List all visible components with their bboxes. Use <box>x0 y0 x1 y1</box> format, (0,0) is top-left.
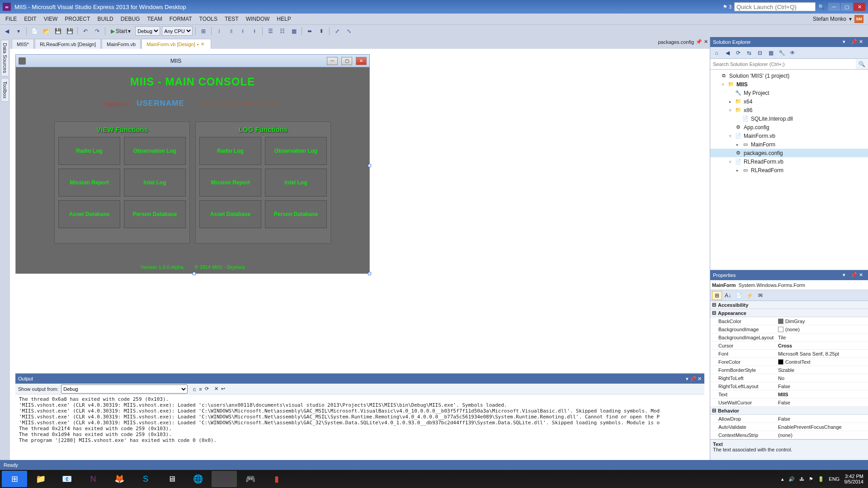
layout-btn-8[interactable]: ⬌ <box>305 26 315 36</box>
se-preview-button[interactable]: 👁 <box>788 48 797 57</box>
prop-categorized-button[interactable]: ⊞ <box>712 291 722 300</box>
layout-btn-4[interactable]: ⫳ <box>250 26 259 36</box>
prop-value[interactable]: MIIS <box>778 392 868 397</box>
prop-pin-icon[interactable]: 📌 <box>851 272 857 278</box>
tray-flag-icon[interactable]: ⚑ <box>809 476 813 482</box>
se-pin-icon[interactable]: 📌 <box>851 39 857 45</box>
form-maximize-button[interactable]: ▢ <box>341 57 352 65</box>
config-select[interactable]: Debug <box>135 26 160 36</box>
layout-btn-5[interactable]: ☰ <box>265 26 275 36</box>
output-tool-2[interactable]: ≡ <box>199 386 202 392</box>
user-menu-chevron-icon[interactable]: ▾ <box>849 16 852 22</box>
output-dropdown-icon[interactable]: ▾ <box>686 376 689 381</box>
prop-value[interactable]: False <box>778 384 868 389</box>
tree-item[interactable]: ▿📁x86 <box>710 106 868 114</box>
se-back-button[interactable]: ◀ <box>723 48 732 57</box>
prop-row[interactable]: RightToLeftNo <box>710 374 868 382</box>
skype-app[interactable]: S <box>133 471 158 487</box>
prop-value[interactable]: Microsoft Sans Serif, 8.25pt <box>778 351 868 357</box>
se-sync-button[interactable]: ⇆ <box>745 48 754 57</box>
tree-item[interactable]: ▸▭RLReadForm <box>710 166 868 174</box>
maximize-button[interactable]: ▢ <box>841 3 853 11</box>
se-close-icon[interactable]: ✕ <box>859 39 865 45</box>
doc-tab[interactable]: MainForm.vb <box>102 39 141 49</box>
save-button[interactable]: 💾 <box>53 26 63 36</box>
designer-form[interactable]: MIIS ─ ▢ ✕ MIIS - MAIN CONSOLE Logged as… <box>15 54 370 274</box>
se-collapse-button[interactable]: ⊟ <box>755 48 764 57</box>
form-button-mission-report[interactable]: Mission Report <box>58 169 120 197</box>
prop-row[interactable]: FormBorderStyleSizable <box>710 366 868 374</box>
resize-handle-corner[interactable] <box>368 272 371 275</box>
align-button[interactable]: ⊞ <box>198 26 208 36</box>
se-refresh-button[interactable]: ⟳ <box>734 48 743 57</box>
layout-btn-11[interactable]: ⤡ <box>344 26 354 36</box>
menu-project[interactable]: PROJECT <box>61 14 94 23</box>
se-home-button[interactable]: ⌂ <box>712 48 721 57</box>
output-text[interactable]: The thread 0x6a8 has exited with code 25… <box>15 394 704 455</box>
form-close-button[interactable]: ✕ <box>356 57 367 65</box>
prop-row[interactable]: BackColorDimGray <box>710 317 868 325</box>
tree-item[interactable]: ▿📄RLReadForm.vb <box>710 157 868 166</box>
close-button[interactable]: ✕ <box>854 3 865 11</box>
menu-debug[interactable]: DEBUG <box>117 14 144 23</box>
output-wrap-button[interactable]: ↩ <box>221 386 225 392</box>
tray-lang[interactable]: ENG <box>829 476 840 482</box>
menu-help[interactable]: HELP <box>273 14 294 23</box>
doc-tab[interactable]: RLReadForm.vb [Design] <box>35 39 101 49</box>
visual-studio-app[interactable]: ∞ <box>212 471 237 487</box>
prop-row[interactable]: AllowDropFalse <box>710 415 868 423</box>
close-preview-button[interactable]: ✕ <box>704 39 708 45</box>
prop-cat-expander-icon[interactable]: ⊟ <box>712 302 716 308</box>
prop-row[interactable]: ContextMenuStrip(none) <box>710 431 868 439</box>
prop-value[interactable]: (none) <box>778 327 868 332</box>
doc-tab[interactable]: MainForm.vb [Design]•✕ <box>142 39 211 49</box>
prop-row[interactable]: BackgroundImageLayoutTile <box>710 333 868 342</box>
prop-value[interactable]: Sizable <box>778 367 868 373</box>
file-explorer-app[interactable]: 📁 <box>28 471 53 487</box>
se-search-icon[interactable]: 🔍 <box>856 61 868 67</box>
form-button-observation-log[interactable]: Observation Log <box>265 137 327 165</box>
form-button-intel-log[interactable]: Intel Log <box>124 169 186 197</box>
prop-row[interactable]: RightToLeftLayoutFalse <box>710 382 868 390</box>
tree-item[interactable]: ⚙App.config <box>710 123 868 131</box>
platform-select[interactable]: Any CPU <box>162 26 193 36</box>
resize-handle-bottom[interactable] <box>193 272 196 275</box>
prop-cat-expander-icon[interactable]: ⊟ <box>712 310 716 316</box>
prop-value[interactable]: (none) <box>778 432 868 438</box>
prop-value[interactable]: EnablePreventFocusChange <box>778 424 868 430</box>
property-selection[interactable]: MainForm System.Windows.Forms.Form <box>710 280 868 290</box>
search-icon[interactable]: 🔍 <box>818 4 825 10</box>
prop-value[interactable]: Tile <box>778 335 868 340</box>
tree-item[interactable]: ▿📁MIIS <box>710 80 868 89</box>
tree-expander-icon[interactable]: ▿ <box>727 134 733 138</box>
tree-expander-icon[interactable]: ▿ <box>727 108 733 113</box>
quick-launch-input[interactable] <box>734 2 816 11</box>
prop-events-button[interactable]: ⚡ <box>745 291 755 300</box>
menu-edit[interactable]: EDIT <box>20 14 40 23</box>
tree-expander-icon[interactable]: ▿ <box>727 160 733 164</box>
prop-row[interactable]: BackgroundImage(none) <box>710 325 868 333</box>
open-file-button[interactable]: 📂 <box>41 26 51 36</box>
prop-row[interactable]: ForeColorControlText <box>710 358 868 366</box>
start-debug-button[interactable]: ▶ Start ▾ <box>108 27 133 35</box>
menu-window[interactable]: WINDOW <box>242 14 274 23</box>
prop-value[interactable]: DimGray <box>778 319 868 324</box>
tree-item[interactable]: ▿📄MainForm.vb <box>710 131 868 140</box>
menu-view[interactable]: VIEW <box>40 14 61 23</box>
layout-btn-7[interactable]: ▦ <box>289 26 299 36</box>
tree-expander-icon[interactable]: ▸ <box>735 142 740 147</box>
tree-item[interactable]: ▸▭MainForm <box>710 140 868 149</box>
tray-volume-icon[interactable]: 🔊 <box>788 476 795 482</box>
prop-category[interactable]: ⊟Appearance <box>710 309 868 317</box>
notification-flag-icon[interactable]: ⚑ 3 <box>723 4 731 10</box>
app-unknown-2[interactable]: 🎮 <box>238 471 263 487</box>
side-tab-toolbox[interactable]: Toolbox <box>1 78 9 102</box>
output-clear-button[interactable]: ✕ <box>214 386 218 392</box>
prop-row[interactable]: FontMicrosoft Sans Serif, 8.25pt <box>710 350 868 358</box>
preview-tab[interactable]: packages.config <box>658 39 694 45</box>
doc-tab[interactable]: MIIS* <box>12 39 34 49</box>
tree-item[interactable]: 🔧My Project <box>710 89 868 97</box>
form-minimize-button[interactable]: ─ <box>327 57 338 65</box>
tree-item[interactable]: ⧉Solution 'MIIS' (1 project) <box>710 71 868 80</box>
tray-network-icon[interactable]: 🖧 <box>799 476 804 482</box>
